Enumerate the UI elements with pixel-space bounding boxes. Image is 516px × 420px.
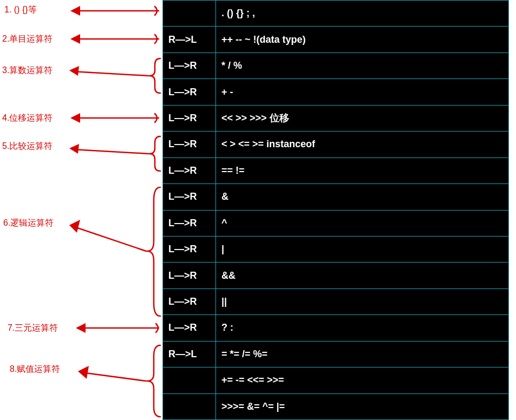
assoc-cell: L—>R <box>163 184 216 210</box>
svg-line-5 <box>73 226 146 251</box>
table-row: L—>R << >> >>> 位移 <box>163 105 509 131</box>
ops-cell: ++ -- ~ !(data type) <box>216 27 509 52</box>
table-row: L—>R || <box>163 288 509 314</box>
svg-line-2 <box>73 71 148 76</box>
ops-cell: == != <box>216 158 509 183</box>
assoc-cell <box>163 368 216 393</box>
ops-cell: += -= <<= >>= <box>216 368 509 393</box>
table-row: L—>R | <box>163 236 509 262</box>
svg-line-4 <box>73 149 148 154</box>
assoc-cell: L—>R <box>163 52 216 78</box>
arrow-icon-1 <box>64 3 161 21</box>
table-row: L—>R && <box>163 262 509 288</box>
assoc-cell: L—>R <box>163 315 216 341</box>
annotation-pane: 1. () {}等 2.单目运算符 3.算数运算符 <box>0 0 162 420</box>
ops-cell: * / % <box>216 52 509 78</box>
assoc-cell: L—>R <box>163 105 216 131</box>
arrow-icon-8 <box>71 342 164 420</box>
arrow-icon-7 <box>69 320 162 338</box>
label-7-ternary: 7.三元运算符 <box>8 323 58 334</box>
svg-line-7 <box>81 372 146 381</box>
ops-cell: ? : <box>216 315 509 341</box>
ops-cell: ^ <box>216 210 509 236</box>
assoc-cell: L—>R <box>163 132 216 158</box>
ops-cell: << >> >>> 位移 <box>216 105 509 131</box>
assoc-cell: L—>R <box>163 236 216 262</box>
arrow-icon-3 <box>63 54 164 100</box>
assoc-cell: L—>R <box>163 262 216 288</box>
ops-cell: + - <box>216 79 509 105</box>
ops-cell: < > <= >= instanceof <box>216 132 509 158</box>
table-row: L—>R < > <= >= instanceof <box>163 132 509 158</box>
arrow-icon-5 <box>63 132 164 178</box>
assoc-cell: L—>R <box>163 210 216 236</box>
table-row: . () {} ; , <box>163 1 509 27</box>
table-row: R—>L = *= /= %= <box>163 341 509 367</box>
ops-cell: >>>= &= ^= |= <box>216 393 509 419</box>
table-row: >>>= &= ^= |= <box>163 393 509 419</box>
assoc-cell: L—>R <box>163 79 216 105</box>
table-row: L—>R + - <box>163 79 509 105</box>
table-row: L—>R == != <box>163 158 509 183</box>
table-row: R—>L ++ -- ~ !(data type) <box>163 27 509 52</box>
table-row: L—>R & <box>163 184 509 210</box>
table-row: L—>R ^ <box>163 210 509 236</box>
ops-cell: = *= /= %= <box>216 341 509 367</box>
assoc-cell: R—>L <box>163 27 216 52</box>
ops-cell: && <box>216 262 509 288</box>
arrow-icon-4 <box>64 110 161 128</box>
table-row: L—>R * / % <box>163 52 509 78</box>
assoc-cell: L—>R <box>163 288 216 314</box>
arrow-icon-2 <box>64 31 161 49</box>
label-4-shift: 4.位移运算符 <box>2 113 53 124</box>
label-2-unary: 2.单目运算符 <box>2 34 53 45</box>
label-3-arithmetic: 3.算数运算符 <box>2 65 53 76</box>
assoc-cell <box>163 1 216 27</box>
ops-cell: & <box>216 184 509 210</box>
table-row: += -= <<= >>= <box>163 368 509 393</box>
label-8-assign: 8.赋值运算符 <box>10 364 60 375</box>
ops-cell: | <box>216 236 509 262</box>
assoc-cell: R—>L <box>163 341 216 367</box>
ops-cell: . () {} ; , <box>216 1 509 27</box>
arrow-icon-6 <box>63 184 164 321</box>
assoc-cell <box>163 393 216 419</box>
operator-precedence-table: . () {} ; , R—>L ++ -- ~ !(data type) L—… <box>162 0 509 420</box>
assoc-cell: L—>R <box>163 158 216 183</box>
label-5-compare: 5.比较运算符 <box>2 141 53 152</box>
label-1-primary: 1. () {}等 <box>4 4 37 16</box>
table-row: L—>R ? : <box>163 315 509 341</box>
label-6-logical: 6.逻辑运算符 <box>3 218 54 229</box>
ops-cell: || <box>216 288 509 314</box>
